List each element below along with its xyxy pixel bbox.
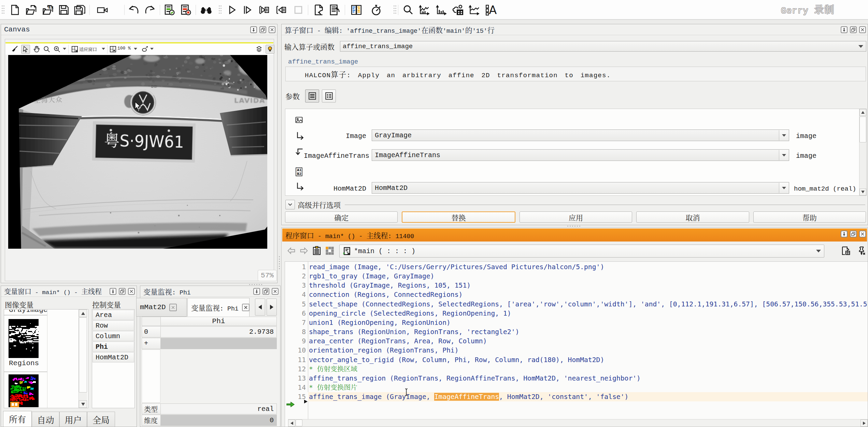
scroll-up-icon[interactable]: [79, 309, 87, 317]
ocr-classifier-icon[interactable]: [452, 4, 464, 16]
tab-close-icon[interactable]: [242, 304, 250, 311]
code-line[interactable]: 1read_image (Image, 'C:/Users/Gerry/Pict…: [285, 262, 868, 272]
watch-row-value[interactable]: [160, 338, 277, 349]
activate-lines-icon[interactable]: [163, 4, 175, 16]
program-titlebar[interactable]: 程序窗口 - main* () - 主线程: 11400: [282, 229, 867, 242]
pin-icon[interactable]: [841, 26, 848, 33]
combo-dropdown-icon[interactable]: [779, 183, 788, 193]
clear-icon[interactable]: [10, 45, 19, 54]
compare-icon[interactable]: [350, 4, 362, 16]
code-line[interactable]: 12* 仿射变换区域: [285, 364, 868, 374]
code-line[interactable]: 5select_shape (ConnectedRegions, Selecte…: [285, 300, 868, 309]
combo-dropdown-icon[interactable]: [814, 247, 823, 255]
tab-global[interactable]: 全局: [87, 412, 115, 427]
code-line[interactable]: 7union1 (RegionOpening, RegionUnion): [285, 318, 868, 327]
tab-watch-phi[interactable]: 变量监视: Phi: [187, 298, 250, 317]
param-view-table-icon[interactable]: [322, 89, 336, 102]
step-out-icon[interactable]: [275, 4, 287, 16]
param-value-combo[interactable]: ImageAffineTrans: [372, 149, 789, 161]
reset-program-icon[interactable]: [328, 4, 341, 16]
close-icon[interactable]: [269, 26, 275, 33]
control-vars-list[interactable]: Area Row Column Phi HomMat2D: [92, 309, 135, 408]
pan-tool-icon[interactable]: [32, 45, 41, 54]
canvas-titlebar[interactable]: Canvas: [1, 24, 277, 35]
scroll-right-icon[interactable]: [860, 419, 868, 427]
zoom-window-icon[interactable]: [402, 4, 414, 16]
image-vars-list[interactable]: GrayImage Regions: [4, 309, 88, 408]
close-icon[interactable]: [859, 231, 866, 237]
gray-histogram-icon[interactable]: [418, 4, 431, 16]
watch-row-value[interactable]: 2.9738: [160, 326, 277, 338]
restore-icon[interactable]: [850, 26, 857, 33]
control-var[interactable]: Row: [93, 320, 134, 331]
tab-all[interactable]: 所有: [3, 411, 32, 427]
code-line[interactable]: 13affine_trans_region (RegionTrans, Regi…: [285, 374, 868, 383]
zoom-level-caret-icon[interactable]: [134, 48, 137, 50]
code-line[interactable]: 8shape_trans (RegionUnion, RegionTrans, …: [285, 327, 868, 336]
find-icon[interactable]: [200, 4, 212, 16]
pin-icon[interactable]: [253, 288, 260, 295]
code-line[interactable]: 15affine_trans_image (GrayImage, ImageAf…: [285, 392, 868, 401]
feature-histogram-icon[interactable]: [436, 4, 448, 16]
canvas-image[interactable]: 上海大众LAVIDA粤S·9JW61: [8, 55, 267, 249]
redo-icon[interactable]: [144, 4, 156, 16]
code-line[interactable]: 4connection (Regions, ConnectedRegions): [285, 290, 868, 299]
zoom-level-label[interactable]: 100 %: [117, 46, 131, 51]
tab-next-icon[interactable]: [267, 299, 277, 316]
zoom-in-tool-icon[interactable]: [53, 45, 61, 54]
splitter-horizontal-left[interactable]: [248, 284, 262, 285]
control-var[interactable]: Area: [93, 310, 134, 320]
scroll-thumb[interactable]: [859, 116, 866, 142]
tab-close-icon[interactable]: [169, 304, 177, 311]
step-into-icon[interactable]: [258, 4, 270, 16]
cancel-button[interactable]: 取消: [636, 211, 749, 223]
procedure-combo[interactable]: *main ( : : : ): [339, 245, 824, 258]
fit-caret-icon[interactable]: [102, 48, 105, 50]
image-var-name[interactable]: Regions: [8, 359, 47, 367]
pin-icon[interactable]: [250, 26, 257, 33]
reset-execution-icon[interactable]: [313, 4, 325, 16]
step-over-icon[interactable]: [242, 4, 254, 16]
image-var-name[interactable]: GrayImage: [8, 310, 47, 314]
combo-dropdown-icon[interactable]: [779, 150, 788, 160]
scroll-down-icon[interactable]: [859, 189, 866, 195]
tab-auto[interactable]: 自动: [32, 412, 59, 427]
splitter-vertical[interactable]: [279, 256, 280, 271]
ok-button[interactable]: 确定: [285, 211, 398, 223]
restore-icon[interactable]: [262, 288, 269, 295]
scroll-down-icon[interactable]: [79, 400, 87, 408]
watch-row-index[interactable]: 0: [142, 326, 161, 338]
regions-thumbnail[interactable]: [9, 319, 39, 358]
save-icon[interactable]: [58, 4, 70, 16]
scroll-up-icon[interactable]: [859, 109, 866, 116]
params-scrollbar[interactable]: [859, 109, 866, 195]
close-icon[interactable]: [128, 288, 135, 295]
run-icon[interactable]: [226, 4, 238, 16]
control-var[interactable]: HomMat2D: [93, 352, 134, 362]
operator-input-combo[interactable]: affine_trans_image: [340, 41, 866, 52]
fit-window-label[interactable]: 适应窗口: [79, 46, 97, 52]
zoom-tool-icon[interactable]: [42, 45, 51, 54]
open-file-icon[interactable]: [25, 4, 37, 16]
close-icon[interactable]: [859, 26, 866, 33]
help-button[interactable]: 帮助: [753, 211, 866, 223]
unpin-procedure-icon[interactable]: [856, 246, 867, 256]
new-file-icon[interactable]: [9, 4, 21, 16]
watch-row-index[interactable]: +: [142, 338, 161, 349]
deactivate-lines-icon[interactable]: [180, 4, 192, 16]
connected-regions-thumbnail[interactable]: [9, 374, 39, 407]
profiler-icon[interactable]: [370, 4, 382, 16]
combo-dropdown-icon[interactable]: [779, 130, 788, 140]
record-video-icon[interactable]: [96, 4, 109, 16]
font-tool-icon[interactable]: A: [485, 4, 497, 16]
scroll-left-icon[interactable]: [288, 419, 295, 427]
open-external-icon[interactable]: Ex: [42, 4, 54, 16]
export-procedure-icon[interactable]: [841, 246, 851, 256]
scroll-thumb[interactable]: [79, 317, 87, 392]
code-line[interactable]: 6opening_circle (SelectedRegions, Region…: [285, 309, 868, 318]
image-vars-scrollbar[interactable]: [79, 309, 87, 408]
control-var[interactable]: Column: [93, 331, 134, 341]
close-icon[interactable]: [272, 288, 279, 295]
restore-icon[interactable]: [850, 231, 857, 237]
bulb-icon[interactable]: [266, 45, 274, 54]
